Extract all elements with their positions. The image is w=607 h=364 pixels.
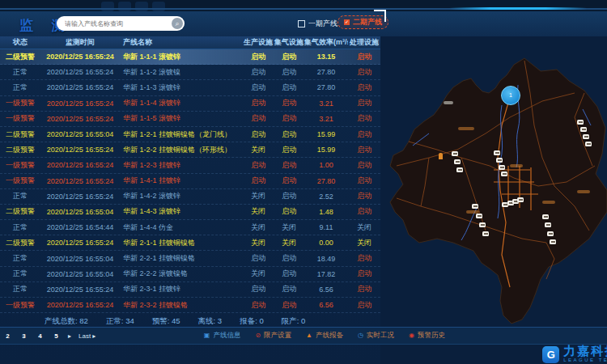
prod-facility-cell: 启动 [243,52,274,62]
col-prod-facility: 生产设施 [243,37,274,48]
top-decor-strip [0,0,607,11]
map-site-marker[interactable] [476,214,482,218]
table-row[interactable]: 一级预警2020/12/25 16:55:24华新 1-1-4 滚镀锌启动启动3… [0,96,380,112]
legend-item[interactable]: ▣产线信息 [204,331,241,341]
prod-facility-cell: 启动 [243,129,274,140]
treatment-cell: 关闭 [348,238,380,248]
prod-facility-cell: 启动 [243,160,274,171]
map-alert-marker[interactable]: 1 [501,86,520,105]
efficiency-cell: 3.21 [304,115,348,123]
map-site-marker[interactable] [577,120,584,125]
decor-block [152,2,165,11]
gas-facility-cell: 关闭 [274,238,304,248]
gas-facility-cell: 启动 [274,269,304,279]
legend-item[interactable]: ◉预警历史 [409,331,445,341]
decor-block [135,2,148,11]
map-site-marker[interactable] [479,222,486,227]
table-row[interactable]: 二级预警2020/12/25 16:55:04华新 1-2-1 挂镀铜镍铬（龙门… [0,127,380,142]
legend-item[interactable]: ◷实时工况 [358,331,394,341]
map-site-marker[interactable] [499,165,505,170]
search-input[interactable] [57,20,172,28]
table-row[interactable]: 一级预警2020/12/25 16:55:24华新 1-2-3 挂镀锌启动启动1… [0,158,380,173]
time-cell: 2020/12/25 16:55:24 [40,99,120,108]
prod-facility-cell: 关闭 [243,222,274,233]
map-site-marker[interactable] [456,167,463,172]
legend-item[interactable]: ⊘限产设置 [255,331,291,341]
marker-glyph [453,153,457,154]
efficiency-cell: 27.80 [304,83,348,91]
map-site-marker[interactable] [542,214,549,219]
legend-label: 实时工况 [367,331,394,341]
map-site-marker[interactable] [585,142,592,146]
map-site-marker[interactable] [547,231,554,236]
line-name-cell: 华新 1-1-2 滚镀镍 [120,67,243,78]
line-name-cell: 华新 2-2-1 挂镀铜镍铬 [120,253,243,264]
map-site-marker[interactable] [496,158,503,163]
district-map[interactable]: 1 [380,36,607,364]
time-cell: 2020/12/25 16:55:24 [40,286,120,294]
table-row[interactable]: 一级预警2020/12/25 16:55:24华新 1-4-1 挂镀锌启动启动2… [0,174,380,189]
table-row[interactable]: 二级预警2020/12/25 16:55:24华新 2-1-1 挂镀铜镍铬关闭关… [0,235,380,251]
map-site-marker[interactable] [580,127,587,132]
marker-glyph [551,241,555,243]
table-row[interactable]: 正常2020/12/25 16:55:24华新 2-3-1 挂镀锌启动启动6.5… [0,282,380,298]
header-bar: 监 测 ⌕ 一期产线 ✓ 二期产线 [0,11,607,37]
map-site-marker[interactable] [482,231,489,236]
next-page-icon[interactable]: ▸ [68,332,71,340]
table-row[interactable]: 正常2020/12/25 16:54:44华新 1-4-4 仿金关闭关闭9.11… [0,220,380,235]
table-row[interactable]: 二级预警2020/12/25 16:55:04华新 1-4-3 滚镀锌关闭启动1… [0,205,380,220]
map-site-marker[interactable] [454,159,461,164]
map-site-marker[interactable] [517,197,524,202]
checkbox-checked-icon[interactable]: ✓ [344,19,350,25]
line-name-cell: 华新 2-3-2 挂镀镍铬 [120,300,243,311]
treatment-cell: 启动 [348,191,380,201]
legend-item[interactable]: ▲产线报备 [306,331,343,341]
time-cell: 2020/12/25 16:54:44 [40,223,120,231]
col-time: 监测时间 [40,37,120,48]
treatment-cell: 启动 [348,67,380,78]
page-button[interactable]: 2 [3,332,12,340]
table-row[interactable]: 正常2020/12/25 16:55:24华新 1-1-3 滚镀锌启动启动27.… [0,80,380,95]
table-row[interactable]: 正常2020/12/25 16:55:04华新 2-2-1 挂镀铜镍铬启动启动1… [0,251,380,266]
table-row[interactable]: 正常2020/12/25 16:55:04华新 2-2-2 滚镀镍铬关闭启动17… [0,267,380,282]
prod-facility-cell: 启动 [243,253,274,264]
search-icon[interactable]: ⌕ [172,18,183,29]
marker-glyph [481,224,485,226]
treatment-cell: 启动 [348,98,380,108]
table-row[interactable]: 一级预警2020/12/25 16:55:24华新 2-3-2 挂镀镍铬启动启动… [0,298,380,313]
map-site-marker[interactable] [501,171,507,176]
decor-glow-line [449,7,587,10]
map-site-marker[interactable] [494,150,500,155]
gas-facility-cell: 启动 [274,129,304,140]
page-button[interactable]: 4 [36,332,45,340]
table-row[interactable]: 二级预警2020/12/25 16:55:24华新 1-1-1 滚镀锌启动启动1… [0,49,380,65]
last-page-button[interactable]: Last ▸ [79,332,96,340]
line-report-icon: ▲ [306,332,312,339]
page-button[interactable]: 3 [19,332,28,340]
table-row[interactable]: 正常2020/12/25 16:55:24华新 1-4-2 滚镀锌关闭启动2.5… [0,189,380,205]
efficiency-cell: 3.21 [304,99,348,108]
page-button[interactable]: 5 [52,332,61,340]
prod-facility-cell: 启动 [243,83,274,93]
table-row[interactable]: 正常2020/12/25 16:55:24华新 1-1-2 滚镀镍启动启动27.… [0,65,380,80]
marker-glyph [519,199,523,201]
logo-name: 力嘉科技 [563,345,607,357]
map-site-marker[interactable] [545,222,551,227]
checkbox-unchecked-icon[interactable] [298,20,305,28]
phase1-checkbox[interactable]: 一期产线 [298,19,337,29]
marker-glyph [546,224,550,226]
gas-facility-cell: 启动 [274,52,304,62]
status-cell: 正常 [0,67,40,78]
prod-facility-cell: 启动 [243,284,274,294]
prod-facility-cell: 启动 [243,176,274,186]
summary-item: 正常: 34 [106,316,134,327]
table-row[interactable]: 二级预警2020/12/25 16:55:24华新 1-2-2 挂镀铜镍铬（环形… [0,142,380,158]
map-site-marker[interactable] [452,151,458,156]
map-site-marker[interactable] [472,204,478,209]
treatment-cell: 启动 [348,300,380,311]
map-site-marker[interactable] [550,239,556,244]
table-row[interactable]: 一级预警2020/12/25 16:55:24华新 1-1-5 滚镀锌启动启动3… [0,112,380,127]
status-cell: 二级预警 [0,206,40,217]
map-label-smudge [458,127,474,130]
map-site-marker[interactable] [583,134,589,139]
